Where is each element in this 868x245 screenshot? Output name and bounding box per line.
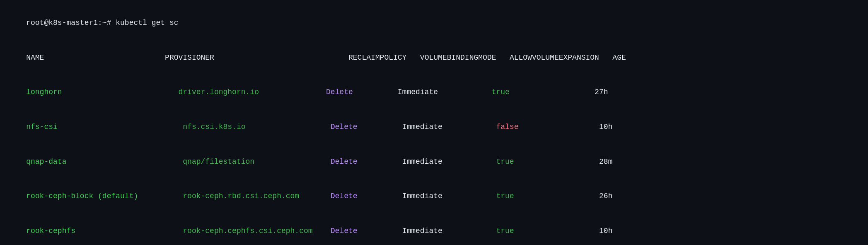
sc-row-longhorn: longhorn driver.longhorn.io Delete Immed… xyxy=(8,75,860,110)
prompt-1: root@k8s-master1:~# kubectl get sc xyxy=(26,19,178,27)
sc-header-volumebindingmode: VOLUMEBINDINGMODE xyxy=(420,53,496,62)
sc-header-age: AGE xyxy=(612,53,626,62)
sc-header-row: NAME PROVISIONER RECLAIMPOLICY VOLUMEBIN… xyxy=(8,41,860,75)
terminal: root@k8s-master1:~# kubectl get sc NAME … xyxy=(8,6,860,245)
sc-row-nfs-csi: nfs-csi nfs.csi.k8s.io Delete Immediate … xyxy=(8,110,860,145)
sc-row-rook-ceph-block: rook-ceph-block (default) rook-ceph.rbd.… xyxy=(8,179,860,214)
sc-header-reclaimpolicy: RECLAIMPOLICY xyxy=(348,53,406,62)
sc-header-provisioner: PROVISIONER xyxy=(165,53,214,62)
sc-header-name: NAME xyxy=(26,53,44,62)
sc-row-qnap-data: qnap-data qnap/filestation Delete Immedi… xyxy=(8,145,860,180)
sc-header-allowvolumeexpansion: ALLOWVOLUMEEXPANSION xyxy=(510,53,599,62)
command-get-sc: root@k8s-master1:~# kubectl get sc xyxy=(8,6,860,41)
sc-row-rook-cephfs: rook-cephfs rook-ceph.cephfs.csi.ceph.co… xyxy=(8,214,860,245)
